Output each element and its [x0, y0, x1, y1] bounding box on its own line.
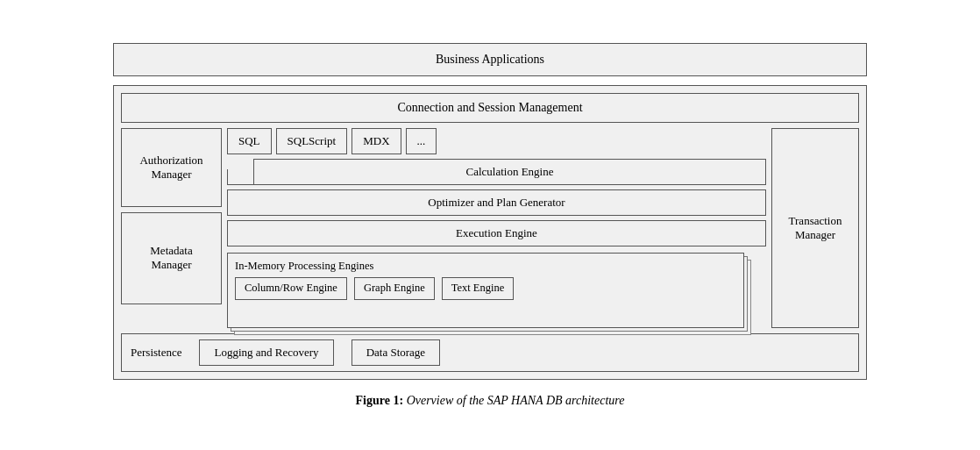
- dots-box: ...: [406, 128, 437, 154]
- transaction-manager-box: TransactionManager: [771, 128, 859, 328]
- column-row-engine-box: Column/Row Engine: [235, 277, 347, 300]
- data-storage-box: Data Storage: [352, 339, 441, 366]
- persistence-label: Persistence: [131, 346, 181, 360]
- graph-engine-box: Graph Engine: [354, 277, 435, 300]
- conn-session-box: Connection and Session Management: [121, 93, 859, 123]
- business-apps-box: Business Applications: [113, 43, 867, 76]
- transaction-manager-label: TransactionManager: [789, 214, 842, 242]
- auth-manager-label: AuthorizationManager: [139, 154, 202, 182]
- business-apps-label: Business Applications: [436, 53, 544, 67]
- execution-engine-box: Execution Engine: [227, 220, 766, 246]
- main-outer-box: Connection and Session Management Author…: [113, 85, 867, 380]
- logging-recovery-box: Logging and Recovery: [199, 339, 333, 366]
- metadata-manager-label: MetadataManager: [150, 244, 192, 272]
- in-memory-main-box: In-Memory Processing Engines Column/Row …: [227, 253, 744, 328]
- auth-manager-box: AuthorizationManager: [121, 128, 222, 207]
- sqlscript-box: SQLScript: [276, 128, 348, 154]
- mdx-box: MDX: [352, 128, 401, 154]
- sql-row: SQL SQLScript MDX ...: [227, 128, 766, 154]
- in-memory-title-label: In-Memory Processing Engines: [235, 260, 736, 273]
- calc-indent-spacer: [227, 159, 253, 185]
- text-engine-box: Text Engine: [442, 277, 515, 300]
- left-col: AuthorizationManager MetadataManager: [121, 128, 222, 328]
- persistence-row: Persistence Logging and Recovery Data St…: [121, 333, 859, 372]
- caption-text: Overview of the SAP HANA DB architecture: [403, 394, 624, 407]
- center-panel: SQL SQLScript MDX ...: [227, 128, 766, 328]
- persistence-boxes: Logging and Recovery Data Storage: [199, 339, 440, 366]
- calc-engine-box: Calculation Engine: [253, 159, 766, 185]
- engines-row: Column/Row Engine Graph Engine Text Engi…: [235, 277, 736, 300]
- calc-row: Calculation Engine: [227, 159, 766, 185]
- diagram-wrapper: Business Applications Connection and Ses…: [96, 25, 884, 425]
- sql-box: SQL: [227, 128, 272, 154]
- caption-label: Figure 1:: [356, 394, 404, 407]
- metadata-manager-box: MetadataManager: [121, 212, 222, 304]
- middle-row: AuthorizationManager MetadataManager SQL…: [121, 128, 859, 328]
- in-memory-stack: In-Memory Processing Engines Column/Row …: [227, 253, 744, 328]
- optimizer-box: Optimizer and Plan Generator: [227, 189, 766, 216]
- caption: Figure 1: Overview of the SAP HANA DB ar…: [356, 394, 625, 408]
- conn-session-label: Connection and Session Management: [397, 101, 582, 115]
